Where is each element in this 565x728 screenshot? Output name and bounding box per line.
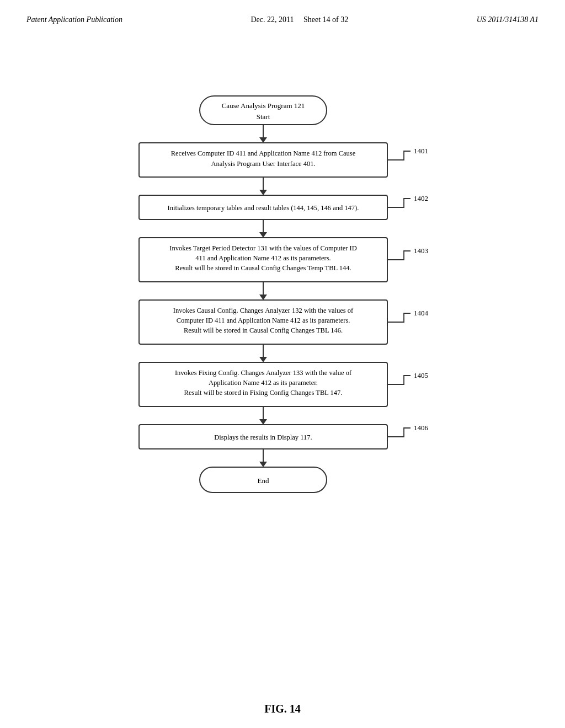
svg-text:Result will be stored in Fixin: Result will be stored in Fixing Config C… <box>184 389 343 397</box>
page-header: Patent Application Publication Dec. 22, … <box>0 0 565 24</box>
svg-text:1401: 1401 <box>414 147 428 155</box>
svg-text:Start: Start <box>257 113 270 121</box>
svg-text:Application Name 412 as its pa: Application Name 412 as its parameter. <box>209 379 318 387</box>
svg-marker-4 <box>259 137 267 143</box>
svg-text:End: End <box>258 477 269 485</box>
svg-text:Analysis Program User Interfac: Analysis Program User Interface 401. <box>211 160 315 168</box>
svg-text:1404: 1404 <box>414 309 429 317</box>
svg-text:1403: 1403 <box>414 247 428 255</box>
svg-marker-10 <box>259 190 267 195</box>
svg-text:Receives Computer ID 411 and A: Receives Computer ID 411 and Application… <box>171 149 356 157</box>
patent-number: US 2011/314138 A1 <box>477 15 539 24</box>
svg-text:Initializes temporary tables a: Initializes temporary tables and result … <box>168 204 359 212</box>
svg-marker-15 <box>259 232 267 238</box>
svg-marker-22 <box>259 295 267 300</box>
sheet-number: Sheet 14 of 32 <box>303 15 348 24</box>
svg-text:Computer ID 411 and Applicatio: Computer ID 411 and Application Name 412… <box>177 317 350 324</box>
svg-marker-36 <box>259 419 267 425</box>
svg-text:Result will be stored in Causa: Result will be stored in Causal Config C… <box>184 326 343 334</box>
svg-text:411 and Application Name 412 a: 411 and Application Name 412 as its para… <box>195 254 331 262</box>
figure-caption: FIG. 14 <box>264 703 301 715</box>
svg-text:Invokes Fixing Config. Changes: Invokes Fixing Config. Changes Analyzer … <box>175 369 352 377</box>
svg-text:Displays the results in Displa: Displays the results in Display 117. <box>214 433 312 441</box>
header-left: Patent Application Publication <box>26 15 122 24</box>
svg-text:Cause Analysis Program 121: Cause Analysis Program 121 <box>222 101 305 110</box>
header-center: Dec. 22, 2011 Sheet 14 of 32 <box>250 15 348 24</box>
svg-text:1406: 1406 <box>414 424 429 432</box>
svg-text:1405: 1405 <box>414 371 428 379</box>
svg-text:1402: 1402 <box>414 194 428 202</box>
svg-marker-41 <box>259 462 267 467</box>
svg-text:Result will be stored in Causa: Result will be stored in Causal Config C… <box>175 264 351 272</box>
svg-marker-29 <box>259 357 267 362</box>
diagram-container: Cause Analysis Program 121 Start Receive… <box>0 24 565 715</box>
publication-label: Patent Application Publication <box>26 15 122 24</box>
svg-text:Invokes Target Period Detector: Invokes Target Period Detector 131 with … <box>169 244 357 252</box>
flowchart-svg: Cause Analysis Program 121 Start Receive… <box>89 90 476 686</box>
svg-text:Invokes Causal Config. Changes: Invokes Causal Config. Changes Analyzer … <box>173 307 354 314</box>
publication-date: Dec. 22, 2011 <box>250 15 294 24</box>
fig-title: FIG. 14 <box>264 703 301 715</box>
header-right: US 2011/314138 A1 <box>477 15 539 24</box>
